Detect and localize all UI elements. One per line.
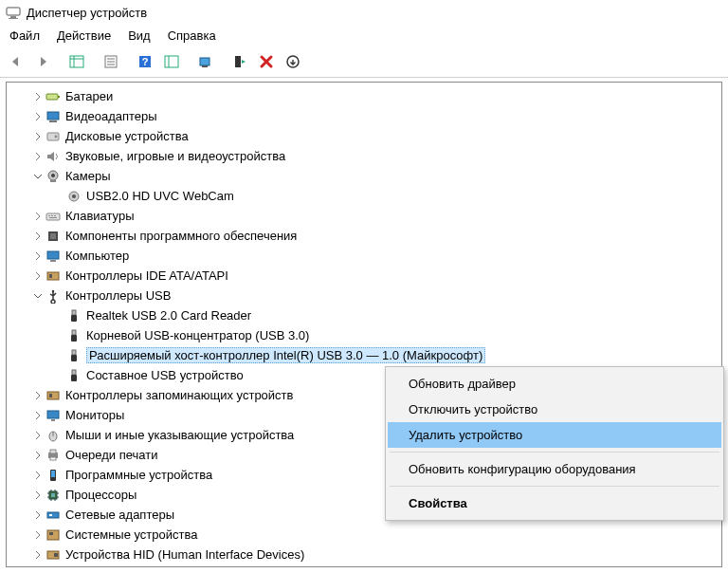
ctx-disable-device[interactable]: Отключить устройство [388,397,721,422]
camera-icon [65,188,82,205]
menu-bar: Файл Действие Вид Справка [0,25,728,48]
separator [390,452,719,453]
label: Мониторы [65,408,124,422]
scan-hardware-button[interactable] [159,50,184,73]
svg-rect-73 [49,532,53,535]
label: Realtek USB 2.0 Card Reader [86,308,251,323]
svg-point-23 [55,135,58,138]
device-usb-0[interactable]: Realtek USB 2.0 Card Reader [7,305,721,325]
category-video[interactable]: Видеоадаптеры [7,106,721,126]
label: Контроллеры IDE ATA/ATAPI [65,268,228,283]
label: Устройства HID (Human Interface Devices) [65,547,304,562]
label: Клавиатуры [65,209,135,223]
forward-button[interactable] [30,50,55,73]
category-cameras[interactable]: Камеры [7,166,721,186]
device-usb-2[interactable]: Расширяемый хост-контроллер Intel(R) USB… [7,345,721,365]
category-batteries[interactable]: Батареи [7,86,721,106]
chevron-right-icon [31,210,45,223]
category-keyboards[interactable]: Клавиатуры [7,206,721,226]
category-sound[interactable]: Звуковые, игровые и видеоустройства [7,146,721,166]
usb-device-icon [65,367,82,384]
label: Контроллеры USB [65,288,171,303]
svg-point-28 [72,194,76,198]
label: Очереди печати [65,448,158,462]
camera-icon [45,168,62,185]
menu-action[interactable]: Действие [57,28,111,43]
chevron-right-icon [31,548,45,562]
toolbar: ? [0,48,728,78]
disk-icon [45,128,62,145]
properties-button[interactable] [99,50,123,73]
speaker-icon [45,148,62,165]
category-software-components[interactable]: Компоненты программного обеспечения [7,226,721,246]
svg-rect-33 [49,217,57,218]
category-disk[interactable]: Дисковые устройства [7,126,721,146]
update-driver-button[interactable] [193,50,218,73]
back-button[interactable] [4,50,28,73]
label: Процессоры [65,488,136,502]
svg-rect-41 [72,310,76,315]
svg-rect-12 [165,56,178,67]
category-usb[interactable]: Контроллеры USB [7,286,721,305]
svg-rect-56 [50,450,56,453]
chevron-right-icon [31,110,45,123]
svg-rect-37 [50,260,56,262]
label: Компьютер [65,249,129,263]
usb-device-icon [65,307,82,324]
software-device-icon [45,467,62,484]
chevron-right-icon [31,409,45,422]
menu-view[interactable]: Вид [128,28,151,43]
chevron-right-icon [31,230,45,243]
category-computer[interactable]: Компьютер [7,246,721,266]
category-ide[interactable]: Контроллеры IDE ATA/ATAPI [7,266,721,286]
disable-device-button[interactable] [281,50,305,73]
svg-rect-14 [200,58,209,65]
component-icon [45,228,62,245]
chevron-right-icon [31,489,45,502]
help-button[interactable]: ? [133,50,157,73]
ctx-update-driver[interactable]: Обновить драйвер [388,371,721,397]
show-hide-tree-button[interactable] [64,50,89,73]
chevron-right-icon [31,90,45,103]
device-camera-0[interactable]: USB2.0 HD UVC WebCam [7,186,721,206]
menu-file[interactable]: Файл [9,28,40,43]
svg-rect-21 [49,120,57,122]
svg-rect-51 [47,411,59,418]
category-hid[interactable]: Устройства HID (Human Interface Devices) [7,545,721,564]
device-usb-1[interactable]: Корневой USB-концентратор (USB 3.0) [7,325,721,345]
svg-rect-30 [48,215,50,216]
enable-device-button[interactable] [228,50,252,73]
monitor-icon [45,407,62,424]
label: Дисковые устройства [65,129,189,143]
svg-rect-16 [235,56,241,67]
svg-rect-29 [46,213,60,220]
battery-icon [45,88,62,105]
ctx-uninstall-device[interactable]: Удалить устройство [388,422,721,448]
svg-point-25 [51,174,55,177]
title-bar: Диспетчер устройств [0,0,728,25]
svg-rect-31 [51,215,53,216]
chevron-right-icon [31,250,45,263]
chevron-right-icon [31,469,45,482]
svg-rect-1 [10,16,16,18]
category-system-devices[interactable]: Системные устройства [7,525,721,545]
uninstall-device-button[interactable] [254,50,279,73]
label: Программные устройства [65,468,212,482]
svg-rect-18 [46,94,58,100]
svg-point-40 [52,289,54,291]
svg-text:?: ? [142,56,149,67]
svg-rect-35 [50,233,56,239]
menu-help[interactable]: Справка [168,28,216,43]
svg-rect-3 [70,56,83,67]
svg-rect-26 [50,180,56,182]
ctx-scan-hardware[interactable]: Обновить конфигурацию оборудования [388,456,721,482]
ctx-properties[interactable]: Свойства [388,490,721,516]
label: Мыши и иные указывающие устройства [65,428,294,442]
label: Контроллеры запоминающих устройств [65,388,293,402]
svg-rect-47 [72,370,76,375]
label: Составное USB устройство [86,368,244,382]
svg-rect-42 [71,315,77,322]
mouse-icon [45,427,62,444]
usb-device-icon [65,347,82,364]
keyboard-icon [45,208,62,225]
